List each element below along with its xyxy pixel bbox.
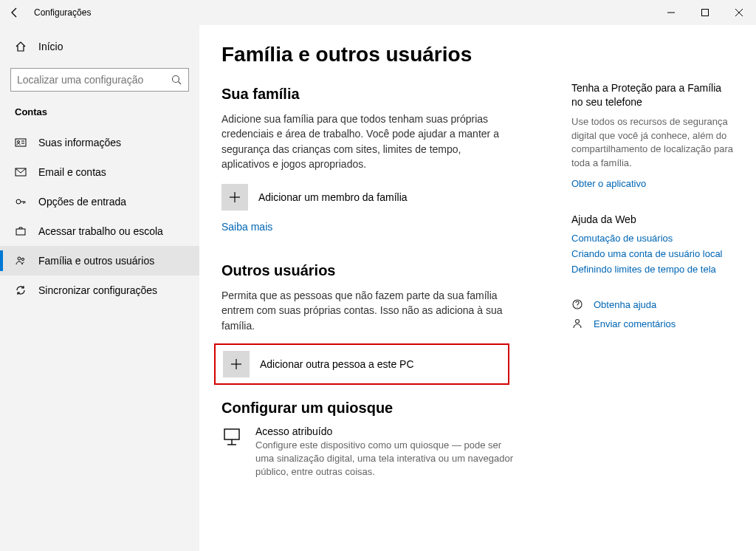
others-description: Permita que as pessoas que não fazem par… — [221, 288, 509, 333]
webhelp-link-0[interactable]: Comutação de usuários — [571, 233, 734, 244]
feedback-link[interactable]: Enviar comentários — [594, 318, 676, 329]
sidebar-item-label: Opções de entrada — [38, 196, 126, 208]
close-button[interactable] — [722, 0, 756, 25]
sidebar-item-email[interactable]: Email e contas — [0, 157, 199, 187]
people-icon — [15, 255, 28, 267]
svg-rect-6 — [16, 139, 26, 146]
family-description: Adicione sua família para que todos tenh… — [221, 112, 509, 171]
help-icon — [571, 298, 585, 310]
briefcase-icon — [15, 225, 28, 237]
person-card-icon — [15, 137, 28, 148]
email-icon — [15, 166, 28, 178]
sidebar-item-family[interactable]: Família e outros usuários — [0, 246, 199, 276]
svg-point-4 — [173, 76, 179, 83]
maximize-button[interactable] — [688, 0, 722, 25]
content: Família e outros usuários Sua família Ad… — [199, 25, 756, 551]
search-input[interactable] — [17, 74, 171, 86]
protection-description: Use todos os recursos de segurança digit… — [571, 115, 734, 171]
svg-rect-22 — [224, 429, 239, 439]
home-icon — [15, 41, 28, 52]
minimize-button[interactable] — [654, 0, 688, 25]
sidebar: Início Contas Suas informações Email e c… — [0, 25, 199, 551]
webhelp-link-1[interactable]: Criando uma conta de usuário local — [571, 248, 734, 259]
add-family-label: Adicionar um membro da família — [258, 191, 408, 203]
sidebar-item-sync[interactable]: Sincronizar configurações — [0, 276, 199, 305]
learn-more-link[interactable]: Saiba mais — [221, 221, 272, 233]
home-nav[interactable]: Início — [0, 32, 199, 61]
back-button[interactable] — [0, 0, 30, 25]
webhelp-link-2[interactable]: Definindo limites de tempo de tela — [571, 264, 734, 275]
sidebar-item-label: Acessar trabalho ou escola — [38, 225, 163, 237]
get-app-link[interactable]: Obter o aplicativo — [571, 178, 734, 189]
kiosk-heading: Configurar um quiosque — [221, 400, 549, 417]
svg-rect-1 — [702, 10, 709, 16]
family-heading: Sua família — [221, 86, 549, 103]
sidebar-item-label: Email e contas — [38, 166, 106, 178]
feedback-icon — [571, 318, 585, 329]
sidebar-item-your-info[interactable]: Suas informações — [0, 128, 199, 157]
sync-icon — [15, 284, 28, 296]
group-header: Contas — [0, 102, 199, 128]
sidebar-item-signin-options[interactable]: Opções de entrada — [0, 187, 199, 216]
window-title: Configurações — [34, 7, 91, 18]
svg-point-26 — [577, 307, 577, 307]
kiosk-icon — [221, 425, 245, 479]
svg-line-5 — [179, 82, 182, 85]
svg-rect-15 — [16, 229, 25, 235]
sidebar-item-label: Família e outros usuários — [38, 255, 154, 267]
search-box[interactable] — [10, 68, 189, 92]
window-controls — [654, 0, 756, 25]
add-family-member-button[interactable]: Adicionar um membro da família — [221, 182, 549, 213]
webhelp-heading: Ajuda da Web — [571, 213, 734, 227]
page-title: Família e outros usuários — [221, 43, 549, 66]
search-icon — [171, 74, 182, 86]
svg-point-11 — [16, 199, 21, 204]
kiosk-title: Acesso atribuído — [255, 425, 521, 437]
titlebar: Configurações — [0, 0, 756, 25]
get-help-row[interactable]: Obtenha ajuda — [571, 298, 734, 310]
plus-icon — [221, 184, 248, 211]
home-label: Início — [38, 41, 63, 52]
others-heading: Outros usuários — [221, 262, 549, 279]
kiosk-description: Configure este dispositivo como um quios… — [255, 439, 521, 479]
sidebar-item-label: Suas informações — [38, 137, 121, 148]
main-panel: Família e outros usuários Sua família Ad… — [221, 43, 549, 551]
svg-point-7 — [18, 141, 20, 143]
right-panel: Tenha a Proteção para a Família no seu t… — [571, 43, 734, 551]
feedback-row[interactable]: Enviar comentários — [571, 318, 734, 329]
protection-heading: Tenha a Proteção para a Família no seu t… — [571, 81, 734, 109]
add-other-user-button[interactable]: Adicionar outra pessoa a este PC — [214, 343, 509, 385]
key-icon — [15, 196, 28, 208]
get-help-link[interactable]: Obtenha ajuda — [594, 299, 656, 310]
svg-point-16 — [18, 257, 21, 260]
svg-point-17 — [21, 258, 24, 260]
svg-point-27 — [576, 320, 580, 324]
plus-icon — [223, 351, 250, 377]
add-other-label: Adicionar outra pessoa a este PC — [260, 358, 414, 370]
kiosk-row[interactable]: Acesso atribuído Configure este disposit… — [221, 425, 549, 479]
sidebar-item-work-school[interactable]: Acessar trabalho ou escola — [0, 216, 199, 246]
sidebar-item-label: Sincronizar configurações — [38, 284, 157, 296]
